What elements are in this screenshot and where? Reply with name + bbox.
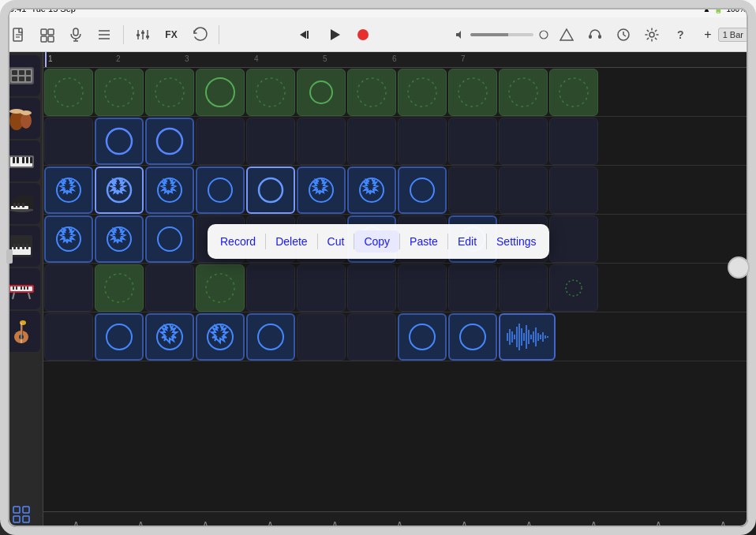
list-button[interactable] xyxy=(93,24,115,46)
cell-5-7[interactable] xyxy=(347,264,396,312)
cell-2-8[interactable] xyxy=(398,118,447,165)
cell-2-1[interactable] xyxy=(44,118,93,165)
cell-6-6[interactable] xyxy=(297,313,346,361)
cell-2-11[interactable] xyxy=(549,118,598,165)
cell-2-5[interactable] xyxy=(246,118,295,165)
cell-1-2[interactable] xyxy=(95,69,144,116)
clock-button[interactable] xyxy=(612,24,634,46)
chevron-9[interactable]: ∧ xyxy=(586,518,602,529)
cell-5-9[interactable] xyxy=(448,264,497,312)
cell-5-10[interactable] xyxy=(499,264,548,312)
mic-button[interactable] xyxy=(65,24,87,46)
tracks-button[interactable] xyxy=(36,24,58,46)
undo-button[interactable] xyxy=(189,24,211,46)
cell-5-5[interactable] xyxy=(246,264,295,312)
cell-2-10[interactable] xyxy=(499,118,548,165)
cell-1-5[interactable] xyxy=(246,69,295,116)
cell-3-5[interactable] xyxy=(246,166,295,214)
cell-5-1[interactable] xyxy=(44,264,93,312)
help-button[interactable]: ? xyxy=(669,24,691,46)
cell-3-8[interactable] xyxy=(398,166,447,214)
cell-4-1[interactable] xyxy=(44,215,93,263)
cell-3-4[interactable] xyxy=(196,166,245,214)
cell-1-10[interactable] xyxy=(499,69,548,116)
cell-2-7[interactable] xyxy=(347,118,396,165)
cell-1-11[interactable] xyxy=(549,69,598,116)
record-button[interactable] xyxy=(350,22,376,47)
cell-5-6[interactable] xyxy=(297,264,346,312)
cell-6-2[interactable] xyxy=(95,313,144,361)
cell-1-4[interactable] xyxy=(196,69,245,116)
cell-1-8[interactable] xyxy=(398,69,447,116)
chevron-1[interactable]: ∧ xyxy=(68,518,84,529)
cell-3-2[interactable] xyxy=(95,166,144,214)
chevron-6[interactable]: ∧ xyxy=(391,518,408,529)
cell-3-7[interactable] xyxy=(347,166,396,214)
cell-6-8[interactable] xyxy=(398,313,447,361)
headphones-button[interactable] xyxy=(584,24,606,46)
home-button[interactable] xyxy=(728,256,750,279)
sidebar-item-guitar[interactable] xyxy=(2,311,40,352)
cell-3-3[interactable] xyxy=(145,166,194,214)
context-record[interactable]: Record xyxy=(211,230,265,253)
cell-6-3[interactable] xyxy=(145,313,194,361)
cell-1-3[interactable] xyxy=(145,69,194,116)
cell-4-3[interactable] xyxy=(145,215,194,263)
bar-label[interactable]: 1 Bar xyxy=(718,28,748,42)
cell-1-7[interactable] xyxy=(347,69,396,116)
cell-2-6[interactable] xyxy=(297,118,346,165)
cell-1-9[interactable] xyxy=(448,69,497,116)
cell-6-1[interactable] xyxy=(44,313,93,361)
sidebar-item-synth[interactable] xyxy=(2,140,40,181)
cell-5-8[interactable] xyxy=(398,264,447,312)
cell-6-7[interactable] xyxy=(347,313,396,361)
cell-1-1[interactable] xyxy=(44,69,93,116)
chevron-2[interactable]: ∧ xyxy=(133,518,149,529)
context-paste[interactable]: Paste xyxy=(400,230,447,253)
cell-2-4[interactable] xyxy=(196,118,245,165)
add-bar-button[interactable]: + xyxy=(701,28,714,42)
cell-5-4[interactable] xyxy=(196,264,245,312)
cell-3-6[interactable] xyxy=(297,166,346,214)
chevron-11[interactable]: ∧ xyxy=(715,518,732,529)
settings-button[interactable] xyxy=(641,24,663,46)
chevron-8[interactable]: ∧ xyxy=(521,518,537,529)
context-edit[interactable]: Edit xyxy=(448,230,486,253)
sidebar-item-keyboard[interactable] xyxy=(2,268,40,309)
fx-button[interactable]: FX xyxy=(160,24,182,46)
cell-3-1[interactable] xyxy=(44,166,93,214)
cell-5-11[interactable] xyxy=(549,264,598,312)
cell-4-2[interactable] xyxy=(95,215,144,263)
cell-4-11[interactable] xyxy=(549,215,598,263)
cell-5-2[interactable] xyxy=(95,264,144,312)
new-file-button[interactable] xyxy=(8,24,30,46)
side-button[interactable] xyxy=(6,249,13,264)
cell-6-5[interactable] xyxy=(246,313,295,361)
cell-3-9[interactable] xyxy=(448,166,497,214)
rewind-button[interactable] xyxy=(294,22,319,47)
cell-6-4[interactable] xyxy=(196,313,245,361)
sidebar-item-bongo[interactable] xyxy=(2,98,40,139)
play-button[interactable] xyxy=(322,22,347,47)
cell-6-waveform[interactable] xyxy=(499,313,556,361)
volume-slider[interactable] xyxy=(470,33,533,36)
sidebar-item-drum[interactable] xyxy=(2,55,40,96)
context-copy[interactable]: Copy xyxy=(354,230,399,253)
mixer-button[interactable] xyxy=(132,24,154,46)
cell-3-10[interactable] xyxy=(499,166,548,214)
chevron-3[interactable]: ∧ xyxy=(197,518,214,529)
master-button[interactable] xyxy=(556,24,578,46)
context-settings[interactable]: Settings xyxy=(487,230,546,253)
grid-view-button[interactable] xyxy=(10,503,32,526)
context-cut[interactable]: Cut xyxy=(318,230,354,253)
chevron-7[interactable]: ∧ xyxy=(456,518,473,529)
cell-1-6[interactable] xyxy=(297,69,346,116)
sidebar-item-grand-piano[interactable] xyxy=(2,183,40,224)
chevron-4[interactable]: ∧ xyxy=(262,518,279,529)
chevron-5[interactable]: ∧ xyxy=(327,518,343,529)
context-delete[interactable]: Delete xyxy=(266,230,316,253)
cell-6-9[interactable] xyxy=(448,313,497,361)
cell-3-11[interactable] xyxy=(549,166,598,214)
cell-2-3[interactable] xyxy=(145,118,194,165)
cell-5-3[interactable] xyxy=(145,264,194,312)
